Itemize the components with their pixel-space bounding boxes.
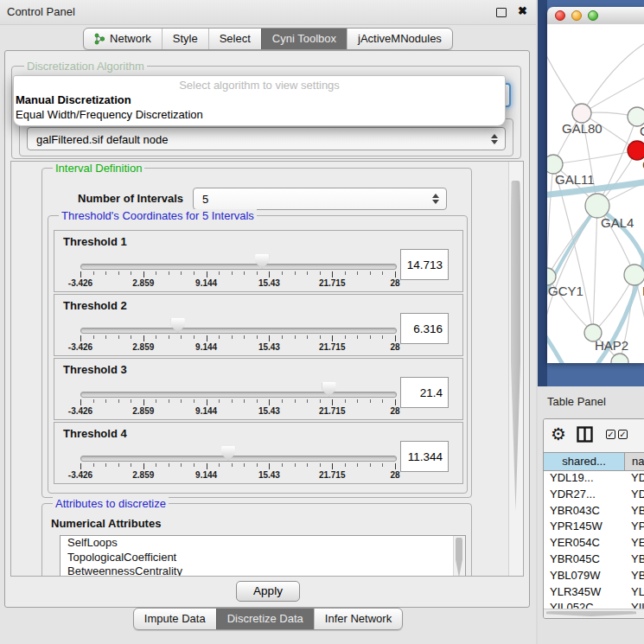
gear-icon[interactable]: ⚙ bbox=[551, 424, 566, 444]
tick-mark bbox=[219, 335, 220, 339]
tick-mark bbox=[207, 335, 207, 341]
network-edge bbox=[582, 40, 644, 113]
threshold-value-field[interactable]: 14.713 bbox=[400, 249, 449, 280]
checkbox-icon[interactable]: ✓ bbox=[618, 430, 628, 439]
threshold-slider-track[interactable] bbox=[80, 328, 397, 334]
tab-select[interactable]: Select bbox=[208, 29, 261, 49]
table-row[interactable]: YER054CYER0 bbox=[544, 536, 644, 552]
threshold-slider-track[interactable] bbox=[80, 392, 397, 398]
tick-mark bbox=[382, 335, 383, 339]
network-node-gal80[interactable] bbox=[572, 104, 591, 123]
attribute-item-betweennesscentrality[interactable]: BetweennessCentrality bbox=[61, 564, 465, 577]
table-row[interactable]: YLR345WYLR3 bbox=[544, 585, 644, 602]
thresholds-title: Threshold's Coordinates for 5 Intervals bbox=[59, 209, 257, 222]
tick-label: 2.859 bbox=[132, 406, 154, 416]
tick-mark bbox=[382, 399, 383, 403]
tab-label: Style bbox=[173, 32, 198, 45]
slider-tick-labels: -3.4262.8599.14415.4321.71528 bbox=[80, 278, 395, 289]
tick-mark bbox=[156, 335, 156, 339]
tick-mark bbox=[307, 271, 308, 275]
bottom-tab-group: Impute DataDiscretize DataInfer Network bbox=[133, 608, 403, 630]
dropdown-item-manual-discretization[interactable]: Manual Discretization bbox=[14, 92, 505, 107]
threshold-slider-track[interactable] bbox=[80, 456, 397, 462]
network-window-titlebar[interactable] bbox=[547, 7, 644, 25]
split-columns-icon[interactable] bbox=[577, 426, 593, 446]
table-row[interactable]: YDR27...YDR2 bbox=[544, 488, 644, 504]
threshold-value-field[interactable]: 6.316 bbox=[400, 313, 449, 344]
tick-mark bbox=[194, 463, 194, 467]
cell-shared-name: YIL052C bbox=[544, 601, 625, 609]
list-scrollbar-thumb[interactable] bbox=[456, 538, 462, 577]
checkbox-icon[interactable]: ✓ bbox=[606, 430, 615, 439]
tick-label: 15.43 bbox=[258, 342, 280, 352]
cell-shared-name: YDL19... bbox=[544, 471, 625, 488]
attributes-group: Attributes to discretize Numerical Attri… bbox=[41, 503, 472, 577]
table-row[interactable]: YBR043CYBR0 bbox=[544, 504, 644, 520]
tab-network[interactable]: Network bbox=[84, 29, 162, 49]
minimize-traffic-light[interactable] bbox=[571, 10, 582, 21]
top-tab-group: NetworkStyleSelectCyni ToolboxjActiveMNo… bbox=[83, 28, 453, 50]
tick-mark bbox=[118, 335, 119, 339]
table-hscrollbar[interactable] bbox=[544, 609, 644, 618]
attribute-item-topologicalcoefficient[interactable]: TopologicalCoefficient bbox=[61, 551, 465, 565]
tab-style[interactable]: Style bbox=[162, 29, 208, 49]
network-canvas[interactable]: GAL80GCGAL11GAL4GCY1HHAP2 bbox=[547, 24, 644, 363]
apply-button[interactable]: Apply bbox=[236, 581, 300, 602]
list-scrollbar[interactable] bbox=[453, 536, 465, 577]
table-toolbar: ⚙ ✓ ✓ bbox=[544, 419, 644, 452]
table-row[interactable]: YDL19...YDL1 bbox=[544, 471, 644, 488]
tick-mark bbox=[181, 399, 182, 403]
tick-mark bbox=[232, 335, 233, 339]
tick-mark bbox=[143, 463, 144, 469]
tick-mark bbox=[131, 271, 131, 275]
float-window-icon[interactable] bbox=[496, 8, 507, 17]
network-edge bbox=[553, 150, 637, 164]
tick-mark bbox=[395, 399, 396, 405]
dropdown-item-equal-width-frequency-discretization[interactable]: Equal Width/Frequency Discretization bbox=[14, 107, 505, 122]
network-node-h-partial[interactable] bbox=[624, 265, 644, 285]
tab-jactivemnodules[interactable]: jActiveMNodules bbox=[347, 29, 452, 49]
tick-mark bbox=[307, 399, 308, 403]
threshold-label: Threshold 3 bbox=[63, 363, 127, 376]
slider-ticks bbox=[80, 335, 395, 342]
network-node-gal4[interactable] bbox=[585, 194, 609, 218]
column-header-name[interactable]: na bbox=[625, 453, 644, 470]
tick-label: 2.859 bbox=[132, 342, 154, 352]
tick-mark bbox=[332, 399, 333, 405]
threshold-slider-track[interactable] bbox=[80, 264, 397, 270]
table-data-combo[interactable]: galFiltered.sif default node bbox=[27, 127, 506, 150]
close-traffic-light[interactable] bbox=[555, 10, 565, 21]
table-panel-title: Table Panel bbox=[547, 395, 606, 408]
tick-mark bbox=[357, 271, 358, 275]
tab-infer-network[interactable]: Infer Network bbox=[314, 609, 402, 629]
number-of-intervals-combo[interactable]: 5 bbox=[193, 188, 447, 210]
close-icon[interactable]: ✖ bbox=[518, 4, 527, 17]
tab-label: Discretize Data bbox=[227, 612, 303, 625]
table-row[interactable]: YBR045CYBR0 bbox=[544, 552, 644, 569]
tab-discretize-data[interactable]: Discretize Data bbox=[216, 609, 314, 629]
threshold-value-field[interactable]: 21.4 bbox=[400, 377, 449, 408]
table-row[interactable]: YPR145WYPR1 bbox=[544, 520, 644, 536]
table-row[interactable]: YBL079WYBL0 bbox=[544, 569, 644, 585]
settings-scrollbar-thumb[interactable] bbox=[511, 181, 520, 511]
tick-mark bbox=[118, 399, 119, 403]
network-node-gcy1[interactable] bbox=[547, 268, 556, 285]
numerical-attributes-list[interactable]: SelfLoopsTopologicalCoefficientBetweenne… bbox=[60, 535, 466, 577]
slider-ticks bbox=[80, 399, 395, 406]
settings-scrollbar[interactable] bbox=[508, 162, 523, 576]
tick-mark bbox=[105, 399, 106, 403]
network-node-gal11[interactable] bbox=[547, 155, 563, 174]
threshold-value-field[interactable]: 11.344 bbox=[400, 441, 449, 472]
zoom-traffic-light[interactable] bbox=[588, 10, 598, 21]
table-hscrollbar-thumb[interactable] bbox=[546, 611, 636, 616]
tick-mark bbox=[143, 399, 144, 405]
attribute-item-selfloops[interactable]: SelfLoops bbox=[61, 536, 465, 551]
tab-cyni-toolbox[interactable]: Cyni Toolbox bbox=[261, 29, 347, 49]
column-header-shared-name[interactable]: shared... bbox=[544, 453, 625, 470]
node-label-gal4: GAL4 bbox=[601, 215, 634, 230]
table-row[interactable]: YIL052CYIL0 bbox=[544, 601, 644, 609]
tab-impute-data[interactable]: Impute Data bbox=[134, 609, 216, 629]
cell-shared-name: YBR045C bbox=[544, 552, 625, 569]
tick-mark bbox=[93, 463, 94, 467]
tick-mark bbox=[269, 399, 270, 405]
